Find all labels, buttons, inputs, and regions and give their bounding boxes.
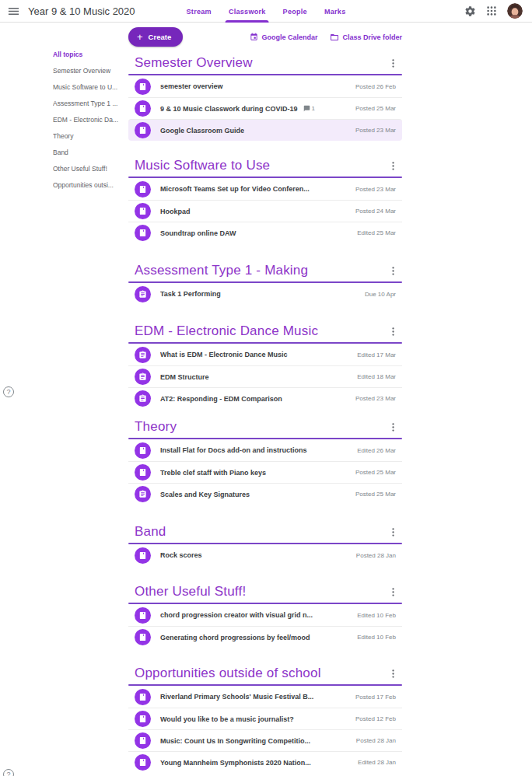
book-icon	[135, 442, 151, 459]
help-icon[interactable]: ?	[3, 386, 14, 397]
section-opportunities-outside-of-school: Opportunities outside of schoolRiverland…	[128, 663, 402, 773]
section-title: Opportunities outside of school	[135, 666, 321, 681]
classwork-item[interactable]: Treble clef staff with Piano keysPosted …	[128, 461, 402, 483]
item-title: Microsoft Teams Set up for Video Confere…	[160, 185, 310, 193]
nav-tabs: StreamClassworkPeopleMarks	[178, 0, 355, 22]
section-title: Other Useful Stuff!	[135, 584, 246, 599]
help-icon[interactable]: ?	[3, 769, 14, 776]
create-button-label: Create	[149, 33, 172, 41]
item-title: semester overview	[160, 82, 223, 90]
tab-marks[interactable]: Marks	[316, 0, 355, 23]
section-items: Install Flat for Docs add-on and instruc…	[128, 439, 402, 505]
sidebar-item-band[interactable]: Band	[53, 149, 131, 156]
more-options-button[interactable]	[384, 421, 402, 434]
more-options-button[interactable]	[384, 526, 402, 539]
classwork-item[interactable]: HookpadPosted 24 Mar	[128, 200, 402, 222]
assignment-icon	[135, 369, 151, 385]
item-title: What is EDM - Electronic Dance Music	[160, 351, 288, 358]
sidebar-item-assessment-type-1[interactable]: Assessment Type 1 ...	[53, 100, 131, 107]
classwork-item[interactable]: Google Classroom GuidePosted 23 Mar	[128, 119, 402, 141]
section-title: Assessment Type 1 - Making	[135, 263, 308, 278]
classwork-item[interactable]: AT2: Responding - EDM ComparisonPosted 2…	[128, 387, 402, 409]
book-icon	[135, 225, 151, 241]
item-date: Due 10 Apr	[357, 291, 396, 298]
tab-stream[interactable]: Stream	[178, 0, 220, 23]
section-assessment-type-1-making: Assessment Type 1 - MakingTask 1 Perform…	[128, 260, 402, 305]
item-date: Posted 28 Jan	[348, 737, 396, 744]
item-date: Posted 17 Feb	[348, 694, 396, 701]
item-date: Posted 24 Mar	[348, 208, 396, 215]
apps-grid-icon[interactable]	[486, 5, 497, 16]
more-options-button[interactable]	[384, 585, 402, 599]
classwork-item[interactable]: Task 1 PerformingDue 10 Apr	[128, 283, 402, 305]
sidebar-item-opportunities-outsi[interactable]: Opportunities outsi...	[53, 182, 131, 189]
more-options-button[interactable]	[384, 667, 402, 680]
comment-count: 1	[303, 105, 315, 112]
item-title: EDM Structure	[160, 373, 209, 381]
item-title: Soundtrap online DAW	[160, 229, 236, 237]
more-options-button[interactable]	[384, 325, 402, 338]
item-date: Posted 25 Mar	[348, 105, 396, 112]
classwork-item[interactable]: EDM StructureEdited 18 Mar	[128, 365, 402, 387]
classwork-main: + Create Google Calendar Class Drive fol…	[128, 23, 402, 773]
google-calendar-link[interactable]: Google Calendar	[250, 33, 317, 42]
item-date: Posted 12 Feb	[348, 715, 396, 722]
classwork-item[interactable]: Would you like to be a music journalist?…	[128, 708, 402, 729]
sidebar-item-music-software-to-u[interactable]: Music Software to U...	[53, 84, 131, 91]
item-title: Would you like to be a music journalist?	[160, 715, 294, 723]
item-date: Edited 10 Feb	[349, 612, 396, 619]
sidebar-item-theory[interactable]: Theory	[53, 133, 131, 140]
assignment-icon	[135, 347, 151, 363]
classwork-item[interactable]: What is EDM - Electronic Dance MusicEdit…	[128, 344, 402, 365]
section-items: semester overviewPosted 26 Feb9 & 10 Mus…	[128, 75, 402, 141]
more-vert-icon	[388, 422, 398, 432]
item-date: Edited 10 Feb	[349, 634, 396, 641]
classwork-item[interactable]: chord progression creator with visual gr…	[128, 604, 402, 626]
folder-icon	[330, 33, 339, 42]
avatar[interactable]	[507, 3, 523, 19]
classwork-item[interactable]: Microsoft Teams Set up for Video Confere…	[128, 178, 402, 200]
sidebar-item-edm-electronic-da[interactable]: EDM - Electronic Da...	[53, 117, 131, 124]
tab-classwork[interactable]: Classwork	[220, 0, 275, 23]
comment-icon	[303, 105, 310, 112]
section-title: EDM - Electronic Dance Music	[135, 323, 318, 339]
sidebar-item-all-topics[interactable]: All topics	[53, 51, 131, 58]
classwork-item[interactable]: Soundtrap online DAWEdited 25 Mar	[128, 222, 402, 243]
section-header: Opportunities outside of school	[128, 663, 402, 684]
classwork-item[interactable]: Rock scoresPosted 28 Jan	[128, 544, 402, 566]
classwork-item[interactable]: semester overviewPosted 26 Feb	[128, 75, 402, 97]
section-header: Music Software to Use	[128, 156, 402, 177]
item-date: Edited 18 Mar	[349, 373, 396, 380]
section-other-useful-stuff: Other Useful Stuff!chord progression cre…	[128, 582, 402, 648]
item-title: Generating chord progressions by feel/mo…	[160, 634, 310, 641]
section-edm-electronic-dance-music: EDM - Electronic Dance MusicWhat is EDM …	[128, 321, 402, 409]
class-drive-folder-link[interactable]: Class Drive folder	[330, 33, 402, 42]
more-options-button[interactable]	[384, 264, 402, 278]
classwork-item[interactable]: Riverland Primary Schools' Music Festiva…	[128, 686, 402, 708]
plus-icon: +	[137, 32, 143, 42]
assignment-icon	[135, 390, 151, 407]
sidebar-item-other-useful-stuff[interactable]: Other Useful Stuff!	[53, 166, 131, 173]
book-icon	[135, 711, 151, 727]
more-vert-icon	[388, 161, 398, 171]
book-icon	[135, 100, 151, 117]
classwork-item[interactable]: Scales and Key SignaturesPosted 25 Mar	[128, 483, 402, 505]
more-options-button[interactable]	[384, 159, 402, 173]
section-title: Theory	[135, 419, 177, 435]
gear-icon[interactable]	[464, 5, 476, 17]
classwork-item[interactable]: 9 & 10 Music Classwork during COVID-191P…	[128, 97, 402, 119]
classwork-item[interactable]: Young Mannheim Symphonists 2020 Nation..…	[128, 751, 402, 773]
tab-people[interactable]: People	[275, 0, 316, 23]
classwork-item[interactable]: Install Flat for Docs add-on and instruc…	[128, 439, 402, 461]
section-band: BandRock scoresPosted 28 Jan	[128, 522, 402, 566]
hamburger-menu-icon[interactable]	[8, 5, 19, 17]
sidebar-item-semester-overview[interactable]: Semester Overview	[53, 68, 131, 75]
item-date: Posted 25 Mar	[348, 469, 396, 476]
create-button[interactable]: + Create	[128, 27, 183, 47]
classwork-item[interactable]: Music: Count Us In Songwriting Competiti…	[128, 729, 402, 751]
section-header: Semester Overview	[128, 53, 402, 74]
more-options-button[interactable]	[384, 57, 402, 70]
classwork-item[interactable]: Generating chord progressions by feel/mo…	[128, 626, 402, 648]
item-title: Rock scores	[160, 551, 202, 559]
item-title: Install Flat for Docs add-on and instruc…	[160, 446, 307, 454]
